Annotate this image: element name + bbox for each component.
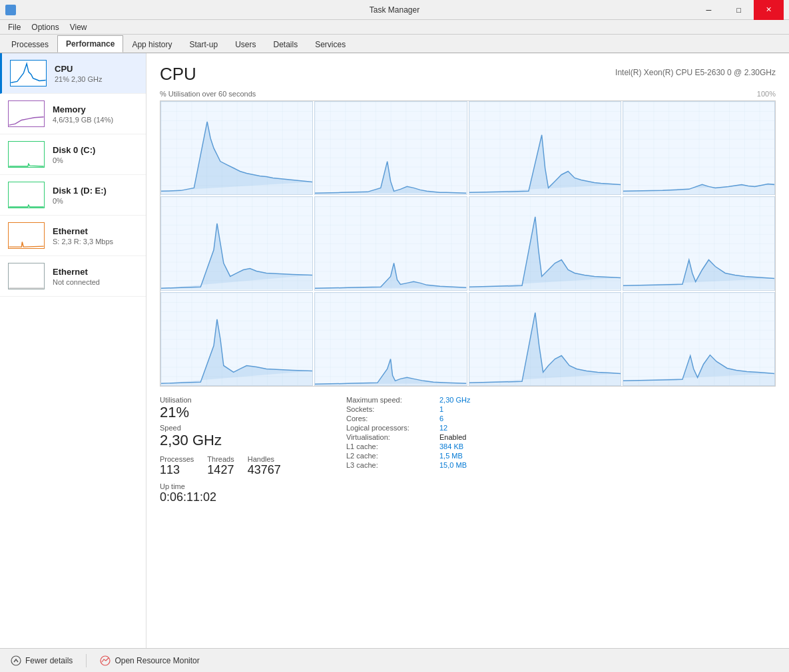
details-table: Maximum speed: 2,30 GHz Sockets: 1 Cores… xyxy=(346,396,470,504)
content-area: CPU Intel(R) Xeon(R) CPU E5-2630 0 @ 2.3… xyxy=(146,53,789,648)
detail-key: Cores: xyxy=(346,415,439,422)
eth2-info: Ethernet Not connected xyxy=(53,267,138,286)
disk1-thumbnail xyxy=(8,182,45,208)
detail-l2: L2 cache: 1,5 MB xyxy=(346,452,470,460)
disk1-label: Disk 1 (D: E:) xyxy=(53,186,138,196)
cpu-core-8 xyxy=(623,196,775,290)
resource-monitor-button[interactable]: Open Resource Monitor xyxy=(97,654,202,667)
disk1-sub: 0% xyxy=(53,197,138,205)
cpu-label: CPU xyxy=(55,64,138,74)
tab-processes[interactable]: Processes xyxy=(3,35,57,53)
hundred-label: 100% xyxy=(757,90,776,98)
detail-key: Logical processors: xyxy=(346,424,439,432)
handles-label: Handles xyxy=(248,455,281,463)
detail-key: Sockets: xyxy=(346,405,439,413)
menu-file[interactable]: File xyxy=(3,21,26,33)
chevron-up-icon xyxy=(11,655,21,666)
tab-startup[interactable]: Start-up xyxy=(180,35,226,53)
detail-logical: Logical processors: 12 xyxy=(346,424,470,432)
sidebar-item-disk1[interactable]: Disk 1 (D: E:) 0% xyxy=(0,175,146,216)
sidebar-item-eth2[interactable]: Ethernet Not connected xyxy=(0,256,146,297)
svg-rect-0 xyxy=(6,5,10,9)
detail-val: Enabled xyxy=(439,433,466,441)
svg-rect-3 xyxy=(11,11,15,15)
titlebar-left xyxy=(5,5,16,15)
cpu-info: CPU 21% 2,30 GHz xyxy=(55,64,138,83)
detail-max-speed: Maximum speed: 2,30 GHz xyxy=(346,396,470,404)
detail-val: 384 KB xyxy=(439,442,463,450)
memory-thumbnail xyxy=(8,100,45,127)
speed-value: 2,30 GHz xyxy=(160,432,293,449)
processes-stat: Processes 113 xyxy=(160,455,194,477)
eth1-thumbnail xyxy=(8,222,45,249)
sidebar-item-eth1[interactable]: Ethernet S: 2,3 R: 3,3 Mbps xyxy=(0,216,146,256)
footer-divider xyxy=(86,654,87,667)
threads-label: Threads xyxy=(207,455,234,463)
detail-val: 2,30 GHz xyxy=(439,396,470,404)
content-title: CPU xyxy=(160,64,196,84)
cpu-core-2 xyxy=(314,101,467,195)
processes-value: 113 xyxy=(160,463,194,477)
svg-rect-1 xyxy=(11,5,15,9)
eth2-label: Ethernet xyxy=(53,267,138,277)
chart-label: % Utilisation over 60 seconds xyxy=(160,90,256,98)
eth2-thumbnail xyxy=(8,263,45,289)
tab-performance[interactable]: Performance xyxy=(57,35,123,53)
speed-stat: Speed 2,30 GHz xyxy=(160,424,293,449)
process-stats-row: Processes 113 Threads 1427 Handles 43767 xyxy=(160,455,293,477)
cpu-core-3 xyxy=(469,101,621,195)
processes-label: Processes xyxy=(160,455,194,463)
detail-val: 15,0 MB xyxy=(439,461,467,469)
sidebar-item-memory[interactable]: Memory 4,6/31,9 GB (14%) xyxy=(0,94,146,134)
svg-rect-14 xyxy=(623,102,774,194)
tab-details[interactable]: Details xyxy=(264,35,306,53)
disk0-info: Disk 0 (C:) 0% xyxy=(53,145,138,164)
sidebar-item-cpu[interactable]: CPU 21% 2,30 GHz xyxy=(0,53,146,94)
svg-point-40 xyxy=(11,656,21,665)
sidebar: CPU 21% 2,30 GHz Memory 4,6/31,9 GB (14%… xyxy=(0,53,146,648)
chart-label-row: % Utilisation over 60 seconds 100% xyxy=(160,90,776,98)
fewer-details-label: Fewer details xyxy=(25,656,73,665)
detail-virt: Virtualisation: Enabled xyxy=(346,433,470,441)
cpu-chart-grid xyxy=(160,100,776,387)
cpu-core-11 xyxy=(469,292,621,386)
menu-view[interactable]: View xyxy=(65,21,93,33)
main-area: CPU 21% 2,30 GHz Memory 4,6/31,9 GB (14%… xyxy=(0,53,789,648)
app-icon xyxy=(5,5,16,15)
disk0-thumbnail xyxy=(8,141,45,168)
tab-users[interactable]: Users xyxy=(226,35,264,53)
resource-monitor-icon xyxy=(100,655,111,666)
memory-sub: 4,6/31,9 GB (14%) xyxy=(53,116,138,124)
memory-label: Memory xyxy=(53,104,138,114)
titlebar: Task Manager ─ □ ✕ xyxy=(0,0,789,20)
cpu-core-9 xyxy=(160,292,313,386)
speed-label: Speed xyxy=(160,424,293,432)
disk1-info: Disk 1 (D: E:) 0% xyxy=(53,186,138,205)
detail-val: 6 xyxy=(439,415,443,422)
cpu-core-12 xyxy=(623,292,775,386)
detail-key: Maximum speed: xyxy=(346,396,439,404)
fewer-details-button[interactable]: Fewer details xyxy=(8,654,75,667)
close-button[interactable]: ✕ xyxy=(754,0,784,20)
uptime-stat: Up time 0:06:11:02 xyxy=(160,482,293,504)
minimize-button[interactable]: ─ xyxy=(694,0,724,20)
tab-services[interactable]: Services xyxy=(306,35,354,53)
window-controls: ─ □ ✕ xyxy=(694,0,784,20)
footer: Fewer details Open Resource Monitor xyxy=(0,648,789,672)
disk0-label: Disk 0 (C:) xyxy=(53,145,138,155)
threads-stat: Threads 1427 xyxy=(207,455,234,477)
resource-monitor-label: Open Resource Monitor xyxy=(115,656,199,665)
sidebar-item-disk0[interactable]: Disk 0 (C:) 0% xyxy=(0,134,146,175)
handles-stat: Handles 43767 xyxy=(248,455,281,477)
menubar: File Options View xyxy=(0,20,789,35)
detail-l3: L3 cache: 15,0 MB xyxy=(346,461,470,469)
detail-key: L3 cache: xyxy=(346,461,439,469)
cpu-core-7 xyxy=(469,196,621,290)
content-subtitle: Intel(R) Xeon(R) CPU E5-2630 0 @ 2.30GHz xyxy=(615,68,776,77)
maximize-button[interactable]: □ xyxy=(724,0,754,20)
menu-options[interactable]: Options xyxy=(26,21,64,33)
eth1-label: Ethernet xyxy=(53,226,138,236)
tab-app-history[interactable]: App history xyxy=(123,35,180,53)
detail-key: L2 cache: xyxy=(346,452,439,460)
eth2-sub: Not connected xyxy=(53,278,138,286)
